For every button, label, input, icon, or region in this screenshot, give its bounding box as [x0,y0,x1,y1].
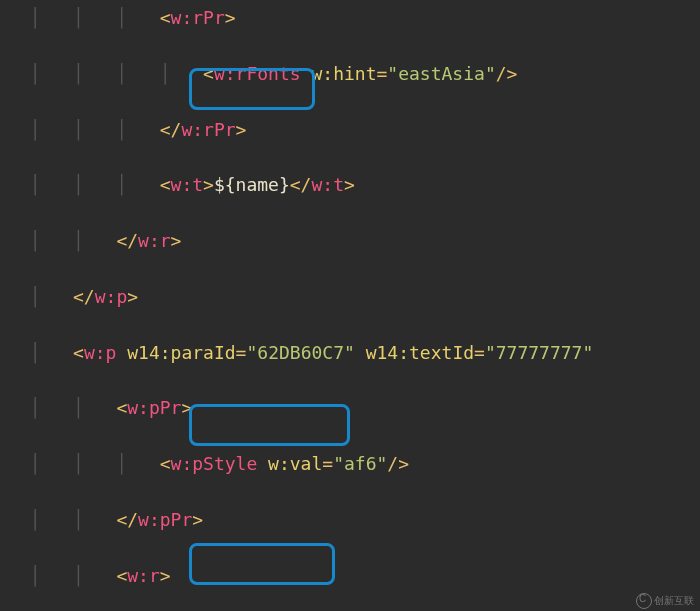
code-line: │ │ <w:r> [8,562,700,590]
code-line: │ │ </w:pPr> [8,506,700,534]
watermark: 创新互联 [636,593,694,609]
code-line: │ │ <w:pPr> [8,394,700,422]
code-line: │ │ </w:r> [8,227,700,255]
code-line: │ │ │ <w:t>${name}</w:t> [8,171,700,199]
code-line: │ │ │ </w:rPr> [8,116,700,144]
code-line: │ <w:p w14:paraId="62DB60C7" w14:textId=… [8,339,700,367]
watermark-logo-icon [636,593,652,609]
template-var-name: ${name} [214,174,290,195]
code-editor[interactable]: │ │ │ <w:rPr> │ │ │ │ <w:rFonts w:hint="… [0,0,700,611]
code-line: │ │ │ <w:pStyle w:val="af6"/> [8,450,700,478]
watermark-text: 创新互联 [654,595,694,606]
code-line: │ │ │ │ <w:rFonts w:hint="eastAsia"/> [8,60,700,88]
code-line: │ │ │ <w:rPr> [8,4,700,32]
code-line: │ </w:p> [8,283,700,311]
